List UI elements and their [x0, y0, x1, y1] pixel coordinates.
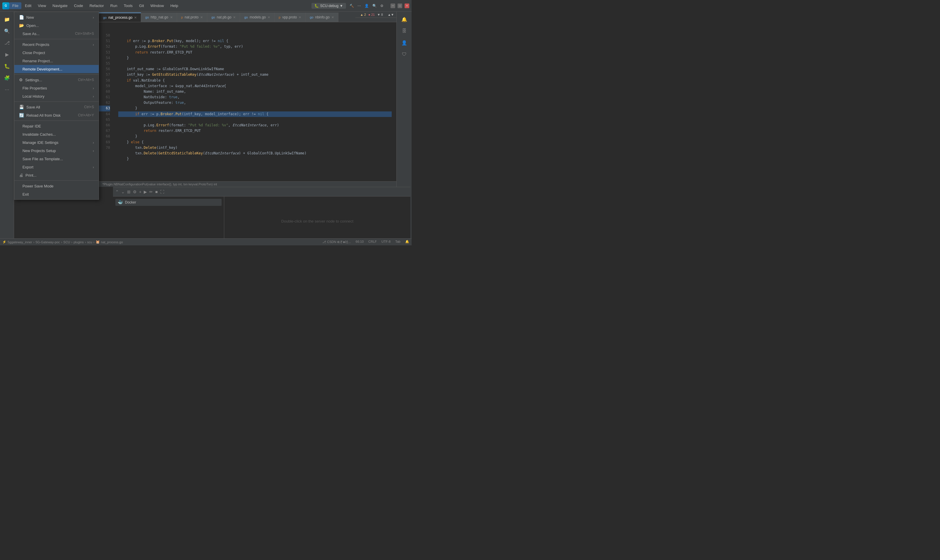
menu-tools[interactable]: Tools	[121, 2, 136, 9]
menu-item-save-all[interactable]: 💾 Save All Ctrl+S	[14, 103, 99, 111]
stop-icon[interactable]: ■	[155, 189, 157, 194]
sidebar-icon-run[interactable]: ▶	[2, 49, 12, 60]
tab-close-icon[interactable]: ✕	[267, 15, 270, 19]
expand-icon[interactable]: ▲▼	[387, 13, 394, 16]
play-icon[interactable]: ▶	[144, 189, 147, 194]
save-all-icon: 💾	[19, 105, 24, 109]
tab-close-icon[interactable]: ✕	[233, 15, 236, 19]
menu-refactor[interactable]: Refactor	[86, 2, 107, 9]
menu-item-save-file-as-template[interactable]: . Save File as Template...	[14, 155, 99, 163]
menu-item-power-save-mode[interactable]: . Power Save Mode	[14, 182, 99, 190]
indent[interactable]: Tab	[395, 240, 400, 244]
tab-models[interactable]: go models.go ✕	[240, 12, 275, 22]
tab-close-icon[interactable]: ✕	[299, 15, 301, 19]
menu-item-invalidate-caches[interactable]: . Invalidate Caches...	[14, 130, 99, 138]
tab-nat-pb[interactable]: go nat.pb.go ✕	[207, 12, 240, 22]
menu-item-save-as[interactable]: . Save As... Ctrl+Shift+S	[14, 29, 99, 38]
menu-item-recent-projects[interactable]: . Recent Projects ›	[14, 40, 99, 49]
line-ending[interactable]: CRLF	[368, 240, 377, 244]
tab-close-icon[interactable]: ✕	[134, 16, 137, 20]
arrow-icon: ›	[93, 149, 94, 153]
right-icon-notifications[interactable]: 🔔	[399, 14, 409, 25]
menu-view[interactable]: View	[35, 2, 49, 9]
collapse-icon[interactable]: ⌃	[115, 189, 119, 194]
fullscreen-icon[interactable]: ⛶	[160, 189, 164, 194]
menu-code[interactable]: Code	[71, 2, 86, 9]
bottom-toolbar: ⌃ ⌄ ⊞ ⚙ + ▶ ✏ ■ ⛶	[113, 187, 411, 197]
notifications-icon[interactable]: 🔔	[405, 240, 409, 244]
menu-item-settings[interactable]: ⚙ Settings... Ctrl+Alt+S	[14, 76, 99, 84]
menu-git[interactable]: Git	[136, 2, 147, 9]
menu-item-new-projects-setup[interactable]: . New Projects Setup ›	[14, 146, 99, 155]
menu-help[interactable]: Help	[167, 2, 181, 9]
menu-item-manage-ide-settings[interactable]: . Manage IDE Settings ›	[14, 138, 99, 146]
dropdown-icon: ▼	[340, 4, 343, 8]
close-button[interactable]: ✕	[404, 3, 409, 8]
tab-close-icon[interactable]: ✕	[170, 15, 173, 19]
tab-close-icon[interactable]: ✕	[200, 15, 203, 19]
divider-4	[14, 120, 99, 121]
edit-icon[interactable]: ✏	[149, 189, 153, 194]
menu-run[interactable]: Run	[107, 2, 120, 9]
menu-item-print[interactable]: 🖨 Print...	[14, 171, 99, 179]
sidebar-icon-vcs[interactable]: ⎇	[2, 37, 12, 48]
tabs-bar: go nat_process.go ✕ go http_nat.go ✕ p n…	[99, 12, 397, 22]
hammer-icon[interactable]: 🔨	[350, 4, 354, 8]
divider-3	[14, 102, 99, 102]
sidebar-icon-plugins[interactable]: 🧩	[2, 72, 12, 83]
right-icon-shield[interactable]: 🛡	[399, 49, 409, 60]
settings-icon[interactable]: ⚙	[380, 4, 383, 8]
menu-item-reload-all[interactable]: 🔄 Reload All from Disk Ctrl+Alt+Y	[14, 111, 99, 119]
proto-file-icon: p	[279, 15, 281, 19]
expand-icon[interactable]: ⌄	[121, 189, 125, 194]
sidebar-icon-search[interactable]: 🔍	[2, 26, 12, 36]
menu-item-local-history[interactable]: . Local History ›	[14, 92, 99, 100]
settings2-icon[interactable]: ⚙	[133, 189, 137, 194]
tab-close-icon[interactable]: ✕	[331, 15, 334, 19]
divider-5	[14, 180, 99, 181]
menu-item-file-properties[interactable]: . File Properties ›	[14, 84, 99, 92]
tab-nat-proto[interactable]: p nat.proto ✕	[177, 12, 208, 22]
tab-http-nat[interactable]: go http_nat.go ✕	[141, 12, 177, 22]
sidebar-icon-debug[interactable]: 🐛	[2, 61, 12, 71]
open-icon: 📂	[19, 23, 24, 28]
filter-icon[interactable]: ⊞	[127, 189, 131, 194]
menu-item-close-project[interactable]: . Close Project	[14, 49, 99, 57]
right-icon-database[interactable]: 🗄	[399, 26, 409, 36]
docker-panel: 🐳 Docker	[113, 197, 224, 245]
menu-item-export[interactable]: . Export ›	[14, 163, 99, 171]
minimize-button[interactable]: ─	[391, 3, 395, 8]
menu-item-rename-project[interactable]: . Rename Project...	[14, 57, 99, 65]
bottom-panel: ⌃ ⌄ ⊞ ⚙ + ▶ ✏ ■ ⛶ 🐳 Docker Double-clic	[113, 187, 411, 245]
search-icon[interactable]: 🔍	[372, 4, 377, 8]
more-icon[interactable]: ⋯	[357, 4, 361, 8]
docker-item[interactable]: 🐳 Docker	[115, 199, 222, 206]
add-icon[interactable]: +	[139, 189, 141, 194]
tab-nbinfo[interactable]: go nbinfo.go ✕	[306, 12, 338, 22]
profile-icon[interactable]: 👤	[364, 4, 369, 8]
go-file-icon: go	[211, 15, 215, 19]
code-editor[interactable]: if err := p.Broker.Put(key, model); err …	[114, 31, 397, 181]
line-col[interactable]: 66:10	[356, 240, 364, 244]
editor-content[interactable]: 5051525354 5556575859 60616263 646566676…	[99, 31, 397, 181]
right-icon-user[interactable]: 👤	[399, 37, 409, 48]
window-controls: ─ □ ✕	[391, 3, 409, 8]
menu-item-remote-development[interactable]: . Remote Development...	[14, 65, 99, 73]
menu-navigate[interactable]: Navigate	[49, 2, 70, 9]
menu-item-new[interactable]: 📄 New ›	[14, 13, 99, 22]
menu-item-repair-ide[interactable]: . Repair IDE	[14, 122, 99, 130]
tab-nat-process[interactable]: go nat_process.go ✕	[99, 12, 141, 22]
menu-item-open[interactable]: 📂 Open...	[14, 22, 99, 29]
menu-edit[interactable]: Edit	[22, 2, 34, 9]
maximize-button[interactable]: □	[398, 3, 402, 8]
tab-vpp-proto[interactable]: p vpp.proto ✕	[275, 12, 306, 22]
settings-icon: ⚙	[19, 77, 23, 82]
menu-item-exit[interactable]: . Exit	[14, 190, 99, 198]
sidebar-icon-folder[interactable]: 📁	[2, 14, 12, 25]
menu-file[interactable]: File	[9, 2, 22, 9]
run-debug-button[interactable]: 🐛 SCU-debug ▼	[312, 3, 346, 9]
go-file-icon: go	[103, 16, 107, 19]
menu-window[interactable]: Window	[148, 2, 167, 9]
sidebar-icon-more[interactable]: ⋯	[2, 84, 12, 95]
encoding[interactable]: UTF-8	[381, 240, 391, 244]
